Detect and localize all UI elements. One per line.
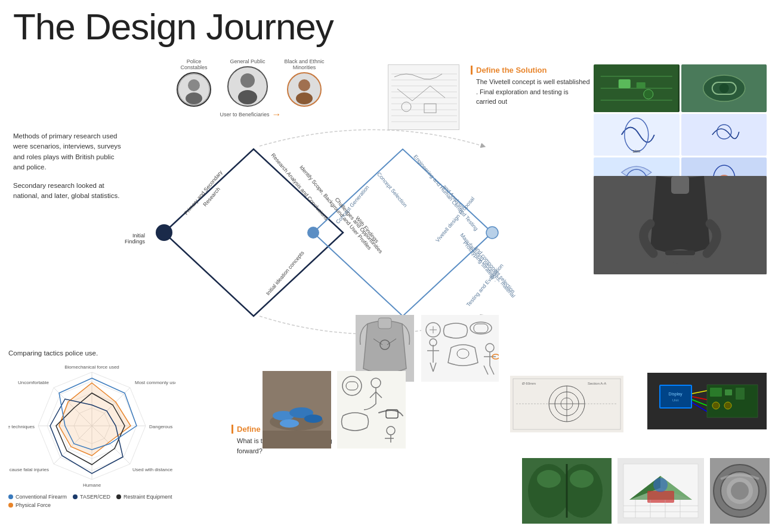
legend-dot-physical	[8, 503, 13, 508]
svg-text:Unit: Unit	[672, 398, 679, 402]
svg-text:Extreme techniques: Extreme techniques	[8, 424, 35, 429]
legend-label-physical: Physical Force	[16, 502, 51, 508]
legend-label-firearm: Conventional Firearm	[16, 494, 67, 500]
legend-dot-firearm	[8, 494, 13, 499]
svg-point-148	[653, 478, 668, 492]
radar-chart: Biomechanical force used Most commonly u…	[8, 360, 175, 491]
person-handcuffed-image	[594, 176, 767, 274]
svg-rect-63	[671, 176, 689, 194]
radar-legend: Conventional Firearm TASER/CED Restraint…	[8, 494, 187, 508]
left-para-2: Secondary research looked at national, a…	[13, 181, 123, 202]
svg-marker-19	[313, 149, 492, 316]
svg-rect-91	[378, 318, 391, 329]
svg-text:Display: Display	[669, 392, 683, 397]
image-simulation-2	[681, 114, 767, 156]
svg-point-137	[724, 402, 731, 409]
svg-text:Findings: Findings	[125, 239, 146, 245]
svg-text:Challenges and Opportunities: Challenges and Opportunities	[334, 196, 384, 255]
left-para-1: Methods of primary research used were sc…	[13, 131, 123, 172]
page-title: The Design Journey	[13, 8, 334, 45]
svg-rect-147	[647, 491, 674, 503]
svg-text:Identify Scope, Background and: Identify Scope, Background and User Prof…	[298, 164, 373, 251]
svg-rect-166	[263, 431, 331, 449]
svg-point-143	[570, 470, 594, 488]
legend-taser: TASER/CED	[73, 494, 110, 500]
radar-section: Comparing tactics police use.	[8, 349, 187, 508]
svg-rect-133	[710, 388, 722, 397]
concept-sketches-2	[337, 371, 406, 449]
svg-text:Section A-A: Section A-A	[588, 382, 606, 385]
svg-text:sim: sim	[633, 149, 641, 154]
svg-rect-125	[660, 386, 691, 407]
svg-point-20	[156, 224, 172, 241]
legend-restraint: Restraint Equipment	[116, 494, 172, 500]
svg-text:Biomechanical force used: Biomechanical force used	[64, 364, 119, 370]
svg-point-22	[486, 227, 498, 239]
legend-label-taser: TASER/CED	[80, 494, 110, 500]
svg-point-51	[719, 83, 728, 93]
svg-point-165	[280, 419, 299, 428]
define-solution-text: The Vivetell concept is well established…	[471, 77, 590, 107]
technical-drawing: Ø 60mm Section A-A	[510, 376, 623, 432]
svg-text:Could cause fatal injuries: Could cause fatal injuries	[8, 467, 49, 472]
svg-text:Humane: Humane	[83, 482, 101, 488]
svg-point-21	[307, 227, 319, 239]
persona-bame-label: Black and Ethnic Minorities	[280, 58, 328, 70]
cad-model-image	[617, 458, 704, 524]
define-solution-label: Define the Solution	[471, 66, 590, 75]
svg-point-142	[537, 470, 561, 488]
image-device-green	[681, 64, 767, 112]
concept-sketches-image	[421, 315, 499, 382]
define-solution-section: Define the Solution The Vivetell concept…	[471, 66, 590, 107]
svg-rect-135	[736, 388, 745, 400]
svg-point-136	[712, 402, 720, 409]
persona-police-label: Police Constables	[173, 58, 215, 70]
legend-dot-taser	[73, 494, 78, 499]
image-simulation-1: sim	[594, 114, 680, 156]
svg-text:Concept Selection: Concept Selection	[376, 171, 409, 208]
legend-conventional-firearm: Conventional Firearm	[8, 494, 67, 500]
svg-rect-46	[637, 82, 646, 88]
persona-general-label: General Public	[227, 58, 268, 64]
ring-device-image	[710, 458, 770, 524]
svg-point-159	[731, 482, 749, 500]
svg-text:Dangerous: Dangerous	[149, 424, 172, 429]
svg-rect-134	[725, 389, 732, 395]
page: The Design Journey Methods of primary re…	[0, 0, 775, 532]
svg-text:Initial: Initial	[132, 233, 145, 239]
left-description: Methods of primary research used were sc…	[13, 131, 123, 210]
svg-text:Uncomfortable: Uncomfortable	[18, 380, 50, 385]
svg-text:Ø 60mm: Ø 60mm	[522, 382, 536, 385]
svg-rect-65	[665, 250, 695, 255]
svg-point-164	[304, 415, 322, 423]
legend-label-restraint: Restraint Equipment	[123, 494, 172, 500]
svg-text:Used with distance: Used with distance	[132, 467, 173, 472]
concept-device-photo-1	[263, 371, 331, 449]
legend-dot-restraint	[116, 494, 121, 499]
legend-physical-force: Physical Force	[8, 502, 51, 508]
image-circuit-board	[594, 64, 680, 112]
svg-point-47	[644, 89, 653, 99]
electronics-prototype-image: Display Unit	[647, 373, 767, 429]
svg-text:Most commonly used: Most commonly used	[135, 380, 175, 385]
3d-printed-parts-image	[522, 458, 612, 524]
svg-rect-55	[703, 114, 745, 156]
svg-rect-45	[619, 79, 631, 88]
radar-title: Comparing tactics police use.	[8, 349, 187, 357]
svg-text:Engineering and Human Centred : Engineering and Human Centred Testing	[412, 154, 479, 232]
